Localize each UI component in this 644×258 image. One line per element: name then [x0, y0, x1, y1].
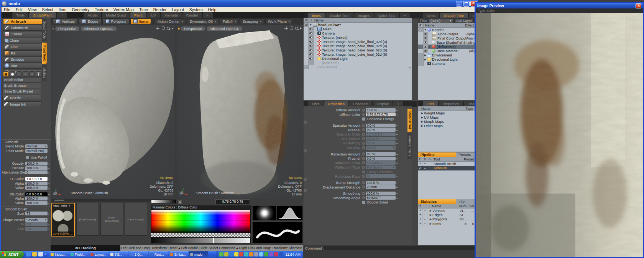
selection-mode-button[interactable]: Polygons — [102, 18, 129, 24]
shader-layer-row[interactable]: Alpha Output Alpha — [418, 32, 475, 36]
spinner-arrows-icon[interactable] — [396, 142, 398, 144]
selection-mode-button[interactable]: Vertices — [53, 18, 78, 24]
property-value-field[interactable]: Smooth — [25, 218, 48, 222]
viewport-type-button[interactable]: Perspective — [181, 26, 205, 31]
layout-tab[interactable]: Paint — [130, 12, 146, 18]
expand-plus-icon[interactable]: + — [418, 208, 423, 213]
property-value-field[interactable]: (none) — [366, 146, 396, 150]
shader-layer-row[interactable]: ▶ Directional Light — [418, 57, 475, 61]
shader-layer-row[interactable]: Base Material (all) — [418, 49, 475, 53]
toolbar-dropdown[interactable]: Snapping — [240, 18, 264, 24]
property-value-field[interactable]: 100.0 % — [25, 186, 48, 190]
menu-item[interactable]: File — [4, 7, 10, 12]
expand-arrow-icon[interactable]: ▶ — [429, 213, 432, 217]
property-value-field[interactable]: 100.0 % — [25, 182, 48, 185]
spinner-arrows-icon[interactable] — [48, 177, 49, 180]
taskbar-task-button[interactable]: modo — [189, 251, 208, 257]
pipeline-header[interactable]: Pipeline — [418, 152, 456, 157]
viewport-left[interactable]: Perspective Advanced OpenGL No Items Cha… — [51, 25, 175, 198]
panel-tab[interactable]: + — [393, 101, 403, 107]
tray-icon[interactable] — [269, 252, 273, 256]
quick-launch-icon[interactable] — [32, 252, 37, 256]
spinner-arrows-icon[interactable] — [396, 109, 398, 111]
preview-options-bar[interactable]: Type: Color — [476, 8, 643, 13]
scrollbar-thumb[interactable] — [54, 200, 64, 201]
property-value-field[interactable]: 100.0 % — [366, 137, 396, 141]
tray-icon[interactable] — [239, 252, 243, 256]
menu-item[interactable]: Time — [139, 7, 148, 12]
panel-tab[interactable]: Shader Tree — [325, 13, 353, 18]
property-value-field[interactable]: Normal — [25, 144, 48, 148]
more-arrow-icon[interactable] — [300, 27, 302, 30]
spinner-arrows-icon[interactable] — [48, 193, 49, 195]
menu-item[interactable]: Render — [153, 7, 166, 12]
item-row[interactable]: Directional Light — [304, 56, 412, 61]
spinner-arrows-icon[interactable] — [396, 186, 398, 189]
value-slider-marker[interactable] — [213, 237, 214, 243]
layout-tab[interactable]: Model — [84, 12, 101, 18]
item-row[interactable]: Texture: (mixed) — [304, 35, 412, 40]
checkbox[interactable] — [25, 155, 29, 159]
taskbar-task-button[interactable]: Inbox... — [49, 251, 69, 257]
property-value-field[interactable]: 73 — [25, 212, 48, 215]
menu-item[interactable]: System — [189, 7, 203, 12]
more-arrow-icon[interactable] — [172, 27, 173, 30]
property-value-field[interactable]: 0.0 0.0 0.0 — [25, 192, 48, 196]
close-button[interactable] — [636, 3, 641, 8]
statistics-row[interactable]: + - ▶ Edges 61... ... — [418, 213, 475, 217]
brush-tip-text-button[interactable]: T — [36, 71, 41, 77]
vertex-map-group-row[interactable]: ▶ Other Maps — [418, 124, 475, 128]
tool-button[interactable]: Smudge — [3, 56, 42, 63]
property-value-field[interactable]: 64 — [366, 174, 396, 178]
panel-tab[interactable]: Channels — [349, 101, 372, 107]
saturation-button[interactable]: S — [177, 200, 182, 204]
item-row[interactable]: Texture: Image: head_bake_final_02d (5) — [304, 48, 412, 52]
panel-tab[interactable]: Properties — [439, 101, 463, 107]
expand-arrow-icon[interactable]: ▶ — [428, 45, 432, 48]
checkbox[interactable] — [362, 117, 366, 121]
property-value-field[interactable]: Full Scene — [366, 165, 396, 169]
tray-icon[interactable] — [254, 252, 258, 256]
item-row[interactable]: Texture: Image: head_bake_final_02d (3) — [304, 40, 412, 44]
expand-arrow-icon[interactable]: ▶ — [421, 116, 424, 119]
spinner-arrows-icon[interactable] — [396, 153, 398, 155]
selection-mode-button[interactable]: Edges — [79, 18, 101, 24]
command-input[interactable] — [324, 246, 477, 250]
statistics-header[interactable]: Statistics — [418, 199, 456, 204]
spinner-arrows-icon[interactable] — [48, 187, 49, 189]
vertex-map-group-row[interactable]: ▶ Weight Maps — [418, 111, 475, 115]
property-value-field[interactable]: 1.0 1.0 1.0 — [366, 132, 396, 136]
collapse-minus-icon[interactable]: - — [423, 217, 427, 222]
rotate-icon[interactable] — [290, 26, 293, 30]
tray-icon[interactable] — [274, 252, 278, 256]
value-gradient-slider[interactable] — [151, 237, 251, 243]
tray-icon[interactable] — [249, 252, 253, 256]
panel-tab[interactable]: Lists — [308, 101, 324, 107]
toolbar-dropdown[interactable]: Symmetry: Off — [187, 18, 219, 24]
tool-button[interactable]: Fill — [3, 50, 42, 56]
statistics-row[interactable]: + - ▶ Items 8 0 — [418, 222, 475, 226]
window-titlebar[interactable]: modo — [1, 0, 478, 7]
envelope-toggle-icon[interactable] — [362, 166, 365, 169]
pipeline-tool-row[interactable]: ✓ ● Airbrush — [418, 166, 475, 171]
expand-arrow-icon[interactable]: ▶ — [429, 209, 432, 212]
viewport-type-button[interactable]: Perspective — [55, 26, 79, 31]
brush-tip-star-button[interactable]: + — [23, 71, 28, 77]
pan-icon[interactable] — [284, 26, 288, 30]
spinner-arrows-icon[interactable] — [48, 223, 49, 226]
envelope-toggle-icon[interactable] — [362, 109, 365, 112]
menu-item[interactable]: Texture — [95, 7, 108, 12]
tool-button[interactable]: Image Ink — [2, 101, 41, 108]
envelope-toggle-icon[interactable] — [362, 192, 365, 195]
zoom-icon[interactable] — [295, 27, 298, 30]
collapse-minus-icon[interactable]: - — [423, 222, 427, 226]
envelope-toggle-icon[interactable] — [362, 142, 365, 145]
spinner-arrows-icon[interactable] — [396, 137, 398, 140]
brush-link-button[interactable]: Brush Browser — [2, 83, 41, 88]
layout-tab[interactable]: Render — [182, 12, 202, 18]
item-row[interactable]: Camera — [304, 31, 412, 35]
brush-tip-spray-button[interactable]: \ — [16, 71, 22, 77]
tool-button[interactable]: Clone — [3, 38, 42, 44]
brush-tip-round-button[interactable] — [3, 71, 9, 77]
panel-tab[interactable]: Lists — [423, 101, 438, 107]
